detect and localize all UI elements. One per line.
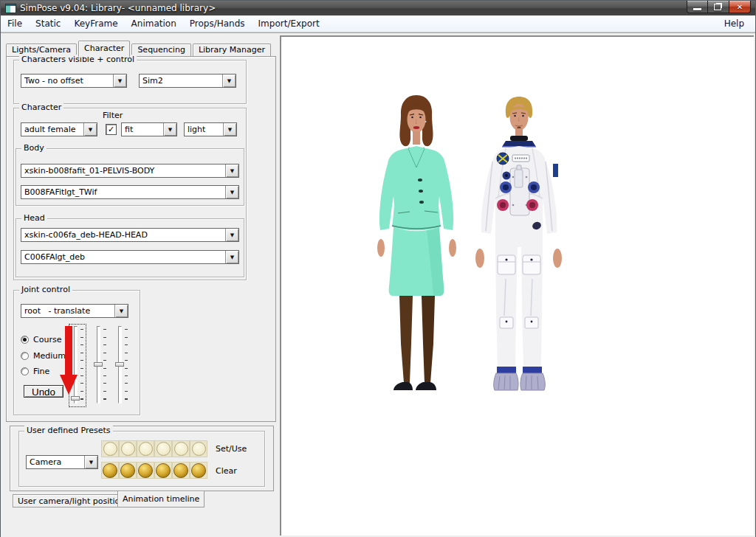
chevron-down-icon[interactable]: ▼ xyxy=(83,123,97,136)
menu-props-hands[interactable]: Props/Hands xyxy=(183,17,252,30)
restore-icon xyxy=(714,4,721,10)
male-character-figure xyxy=(473,94,566,394)
clear-label: Clear xyxy=(216,466,237,476)
menu-file[interactable]: File xyxy=(1,17,29,30)
preset-pearl-icon xyxy=(103,442,117,456)
chevron-down-icon[interactable]: ▼ xyxy=(225,164,238,177)
chevron-down-icon[interactable]: ▼ xyxy=(114,305,128,317)
tab-character[interactable]: Character xyxy=(78,41,130,57)
menu-bar: File Static KeyFrame Animation Props/Han… xyxy=(1,15,755,32)
preset-pearl-icon xyxy=(192,442,206,456)
red-arrow-annotation xyxy=(60,326,78,395)
filter-label: Filter xyxy=(103,111,123,120)
preset-slot[interactable] xyxy=(190,440,207,457)
chevron-down-icon[interactable]: ▼ xyxy=(225,251,238,263)
preset-slot[interactable] xyxy=(137,462,154,479)
menu-help[interactable]: Help xyxy=(718,17,751,30)
preset-pearl-icon xyxy=(174,442,188,456)
head-group-label: Head xyxy=(21,213,47,223)
minimize-button[interactable] xyxy=(687,1,708,13)
preset-slot[interactable] xyxy=(119,462,137,479)
menu-animation[interactable]: Animation xyxy=(125,17,183,30)
preset-slot[interactable] xyxy=(137,440,154,457)
preset-slot[interactable] xyxy=(154,440,172,457)
radio-fine-circle[interactable] xyxy=(21,367,29,375)
character-type-dropdown[interactable]: adult female ▼ xyxy=(21,122,97,136)
preset-gold-icon xyxy=(156,463,171,478)
close-button[interactable]: ✕ xyxy=(729,1,751,13)
preset-slot[interactable] xyxy=(172,440,190,457)
restore-button[interactable] xyxy=(708,1,729,13)
preset-clear-row xyxy=(101,462,207,479)
window-title: SimPose v9.04: Library- <unnamed library… xyxy=(20,3,216,13)
preset-slot[interactable] xyxy=(101,440,119,457)
body-mesh-dropdown[interactable]: xskin-b008fafit_01-PELVIS-BODY ▼ xyxy=(21,164,239,178)
preset-slot[interactable] xyxy=(101,462,119,479)
sim-select-dropdown[interactable]: Sim2 ▼ xyxy=(139,74,236,88)
app-window: SimPose v9.04: Library- <unnamed library… xyxy=(0,0,756,537)
preset-gold-icon xyxy=(191,463,206,478)
preset-slot[interactable] xyxy=(154,462,172,479)
character-group-label: Character xyxy=(19,103,63,112)
preset-pearl-icon xyxy=(157,442,171,456)
slider-thumb[interactable] xyxy=(71,396,80,401)
joint-slider-y[interactable] xyxy=(92,325,107,404)
radio-medium[interactable]: Medium xyxy=(21,351,66,361)
client-area: Lights/Camera Character Sequencing Libra… xyxy=(1,32,755,537)
chevron-down-icon[interactable]: ▼ xyxy=(222,75,236,87)
female-character-figure xyxy=(371,93,464,395)
head-texture-dropdown[interactable]: C006FAlgt_deb ▼ xyxy=(21,250,239,264)
control-panel: Lights/Camera Character Sequencing Libra… xyxy=(3,35,278,536)
preset-gold-icon xyxy=(138,463,153,478)
slider-thumb[interactable] xyxy=(94,362,103,367)
tab-library-manager[interactable]: Library Manager xyxy=(193,44,271,57)
preset-gold-icon xyxy=(173,463,188,478)
chevron-down-icon[interactable]: ▼ xyxy=(223,123,236,136)
radio-course-circle[interactable] xyxy=(21,336,29,344)
preset-gold-icon xyxy=(103,463,117,478)
light-dropdown[interactable]: light ▼ xyxy=(184,122,237,136)
set-use-label: Set/Use xyxy=(216,444,247,454)
menu-import-export[interactable]: Import/Export xyxy=(252,17,326,30)
3d-viewport[interactable] xyxy=(280,35,754,536)
preset-gold-icon xyxy=(120,463,135,478)
tab-user-camera-light-positions[interactable]: User camera/light positions xyxy=(13,494,134,507)
presets-group-label: User defined Presets xyxy=(24,426,113,435)
preset-slot[interactable] xyxy=(172,462,190,479)
radio-medium-circle[interactable] xyxy=(21,352,29,360)
chevron-down-icon[interactable]: ▼ xyxy=(163,123,176,136)
fit-dropdown[interactable]: fit ▼ xyxy=(121,122,177,136)
preset-set-row xyxy=(101,440,207,457)
head-group: Head xyxy=(16,218,244,277)
joint-slider-z[interactable] xyxy=(114,325,128,404)
slider-thumb[interactable] xyxy=(115,362,124,367)
body-group-label: Body xyxy=(21,143,47,153)
preset-slot[interactable] xyxy=(190,462,207,479)
chevron-down-icon[interactable]: ▼ xyxy=(225,229,238,241)
undo-button[interactable]: Undo xyxy=(24,385,63,398)
body-texture-dropdown[interactable]: B008FAFitlgt_TWif ▼ xyxy=(21,185,239,199)
title-bar[interactable]: SimPose v9.04: Library- <unnamed library… xyxy=(1,1,755,15)
head-mesh-dropdown[interactable]: xskin-c006fa_deb-HEAD-HEAD ▼ xyxy=(21,228,239,242)
close-icon: ✕ xyxy=(737,3,743,11)
preset-pearl-icon xyxy=(121,442,135,456)
menu-keyframe[interactable]: KeyFrame xyxy=(67,17,124,30)
check-icon: ✓ xyxy=(108,125,114,134)
joint-dropdown[interactable]: root - translate ▼ xyxy=(21,304,128,318)
minimize-icon xyxy=(693,8,701,10)
tab-animation-timeline[interactable]: Animation timeline xyxy=(117,491,205,507)
joint-control-label: Joint control xyxy=(19,285,72,294)
preset-pearl-icon xyxy=(139,442,153,456)
chevron-down-icon[interactable]: ▼ xyxy=(113,75,126,87)
radio-course[interactable]: Course xyxy=(21,335,61,344)
preset-slot[interactable] xyxy=(119,440,137,457)
filter-checkbox[interactable]: ✓ xyxy=(106,124,117,135)
menu-static[interactable]: Static xyxy=(29,17,67,30)
visible-mode-dropdown[interactable]: Two - no offset ▼ xyxy=(21,74,127,88)
app-icon xyxy=(5,4,16,13)
radio-fine[interactable]: Fine xyxy=(21,367,49,376)
chevron-down-icon[interactable]: ▼ xyxy=(225,186,238,198)
preset-target-dropdown[interactable]: Camera ▼ xyxy=(26,455,98,469)
chevron-down-icon[interactable]: ▼ xyxy=(84,456,97,468)
tab-sequencing[interactable]: Sequencing xyxy=(131,44,191,57)
